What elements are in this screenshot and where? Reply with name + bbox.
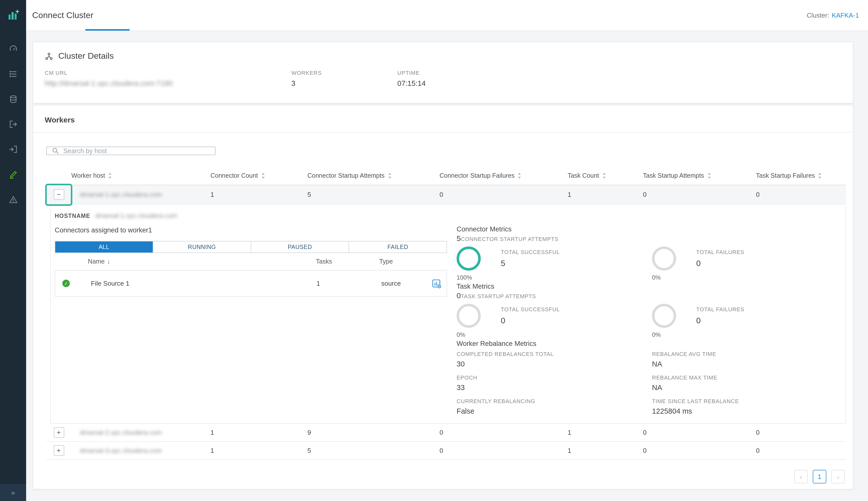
expand-cell: −: [46, 185, 71, 204]
sidebar-nav: [0, 36, 26, 212]
connector-startup-failures: 0: [440, 191, 568, 198]
cluster-label: Cluster:: [807, 12, 829, 19]
task-startup-attempts: 0: [643, 429, 756, 436]
connector-startup-attempts: 5: [307, 191, 440, 198]
tab-paused[interactable]: PAUSED: [251, 242, 348, 253]
column-header-connector-count[interactable]: Connector Count: [210, 172, 307, 179]
sidebar-item-alerts[interactable]: [0, 187, 26, 212]
active-tab-indicator: [85, 29, 129, 31]
connect-pencil-icon: [8, 169, 18, 179]
cluster-selector: Cluster: KAFKA-1: [807, 12, 859, 19]
connector-metrics-title: Connector Metrics: [457, 225, 837, 233]
column-label: Task Startup Attempts: [643, 172, 704, 179]
connector-name: File Source 1: [91, 280, 129, 287]
column-header-tasks[interactable]: Tasks: [316, 258, 379, 265]
connector-profile-button[interactable]: [431, 278, 441, 288]
worker-detail-panel: HOSTNAME dmarsal-1.vpc.cloudera.com Conn…: [50, 204, 846, 424]
column-header-task-startup-failures[interactable]: Task Startup Failures: [756, 172, 846, 179]
arrow-out-icon: [8, 119, 18, 129]
connector-count: 1: [210, 429, 307, 436]
column-header-connector-startup-attempts[interactable]: Connector Startup Attempts: [307, 172, 440, 179]
total-successful-label: TOTAL SUCCESSFUL: [501, 306, 560, 312]
task-failures-metric: 0% TOTAL FAILURES 0: [652, 304, 847, 338]
connector-filter-tabs: ALL RUNNING PAUSED FAILED: [55, 241, 447, 253]
sort-desc-icon: ↓: [107, 258, 110, 265]
metric-label: TIME SINCE LAST REBALANCE: [652, 398, 837, 404]
total-successful-value: 5: [501, 259, 560, 268]
attempts-label: TASK STARTUP ATTEMPTS: [461, 293, 536, 299]
metric-value: NA: [652, 360, 837, 368]
list-icon: [8, 69, 18, 78]
connector-failures-metric: 0% TOTAL FAILURES 0: [652, 246, 847, 281]
total-failures-label: TOTAL FAILURES: [696, 306, 744, 312]
column-header-task-startup-attempts[interactable]: Task Startup Attempts: [643, 172, 756, 179]
uptime-label: UPTIME: [397, 70, 426, 76]
sidebar-item-topics[interactable]: [0, 61, 26, 86]
double-chevron-icon: »: [11, 489, 15, 497]
cluster-name-link[interactable]: KAFKA-1: [832, 12, 859, 19]
failures-donut-wrap: 0%: [652, 246, 676, 281]
connectors-title: Connectors assigned to worker1: [55, 226, 447, 234]
metric-label: REBALANCE AVG TIME: [652, 351, 837, 357]
column-label: Connector Startup Failures: [440, 172, 515, 179]
connector-type: source: [381, 280, 401, 287]
app-logo[interactable]: [0, 0, 26, 30]
column-header-connector-startup-failures[interactable]: Connector Startup Failures: [440, 172, 568, 179]
next-page-button[interactable]: ›: [831, 470, 845, 483]
sidebar-item-connect[interactable]: [0, 162, 26, 187]
smm-logo-icon: [7, 9, 20, 22]
column-header-type[interactable]: Type: [379, 258, 447, 265]
connectors-table-header: Name ↓ Tasks Type: [55, 253, 447, 270]
sort-icon: [108, 172, 112, 179]
expand-row-button[interactable]: +: [53, 445, 64, 456]
sort-icon: [602, 172, 606, 179]
connector-type-cell: source: [380, 278, 447, 288]
connector-startup-failures: 0: [440, 429, 568, 436]
rebalance-metrics-title: Worker Rebalance Metrics: [457, 340, 837, 348]
search-box: [46, 147, 216, 155]
task-startup-failures: 0: [756, 447, 846, 454]
tab-running[interactable]: RUNNING: [153, 242, 251, 253]
cm-url-label: CM URL: [45, 70, 291, 76]
expand-row-button[interactable]: +: [53, 427, 64, 438]
column-header-name[interactable]: Name ↓: [55, 258, 316, 265]
sidebar-item-overview[interactable]: [0, 36, 26, 61]
worker-row-1[interactable]: − dmarsal-1.vpc.cloudera.com 1 5 0 1 0 0: [46, 185, 846, 204]
column-header-worker-host[interactable]: Worker host: [71, 172, 210, 179]
sidebar-item-brokers[interactable]: [0, 86, 26, 111]
column-header-task-count[interactable]: Task Count: [568, 172, 643, 179]
top-header: Connect Cluster Cluster: KAFKA-1: [26, 0, 868, 31]
tab-all[interactable]: ALL: [55, 242, 153, 253]
connector-count: 1: [210, 191, 307, 198]
sort-icon: [388, 172, 391, 179]
connector-startup-failures: 0: [440, 447, 568, 454]
expand-cell: +: [46, 442, 71, 459]
metric-value: NA: [652, 384, 837, 392]
connector-success-metric: 100% TOTAL SUCCESSFUL 5: [457, 246, 652, 281]
arrow-in-icon: [8, 144, 18, 154]
connector-row[interactable]: ✓ File Source 1 1 source: [55, 270, 447, 297]
search-input[interactable]: [63, 147, 210, 154]
task-count: 1: [568, 447, 643, 454]
sidebar-item-producers[interactable]: [0, 137, 26, 162]
metric-value: 30: [457, 360, 652, 368]
metrics-panel: Connector Metrics 5 CONNECTOR STARTUP AT…: [457, 225, 837, 415]
sidebar-expand-button[interactable]: »: [0, 484, 26, 501]
workers-table: Worker host Connector Count Connector St…: [46, 166, 846, 460]
uptime-field: UPTIME 07:15:14: [397, 70, 426, 87]
completed-rebalances-metric: COMPLETED REBALANCES TOTAL 30: [457, 351, 652, 368]
collapse-row-button[interactable]: −: [53, 189, 64, 200]
worker-host: dmarsal-1.vpc.cloudera.com: [71, 191, 210, 198]
task-startup-attempts: 0: [643, 447, 756, 454]
connector-metrics-row: 100% TOTAL SUCCESSFUL 5: [457, 246, 837, 281]
attempts-label: CONNECTOR STARTUP ATTEMPTS: [461, 236, 558, 242]
sidebar-item-consumer-groups[interactable]: [0, 111, 26, 137]
connector-name-cell: ✓ File Source 1: [55, 280, 316, 287]
prev-page-button[interactable]: ‹: [794, 470, 808, 483]
tab-failed[interactable]: FAILED: [348, 242, 447, 253]
main-area: Connect Cluster Cluster: KAFKA-1 Cluster…: [26, 0, 868, 501]
page-number-button[interactable]: 1: [813, 470, 826, 483]
worker-row-2[interactable]: + dmarsal-2.vpc.cloudera.com 1 9 0 1 0 0: [46, 424, 846, 442]
worker-row-3[interactable]: + dmarsal-3.vpc.cloudera.com 1 5 0 1 0 0: [46, 442, 846, 460]
hostname-row: HOSTNAME dmarsal-1.vpc.cloudera.com: [55, 212, 837, 220]
